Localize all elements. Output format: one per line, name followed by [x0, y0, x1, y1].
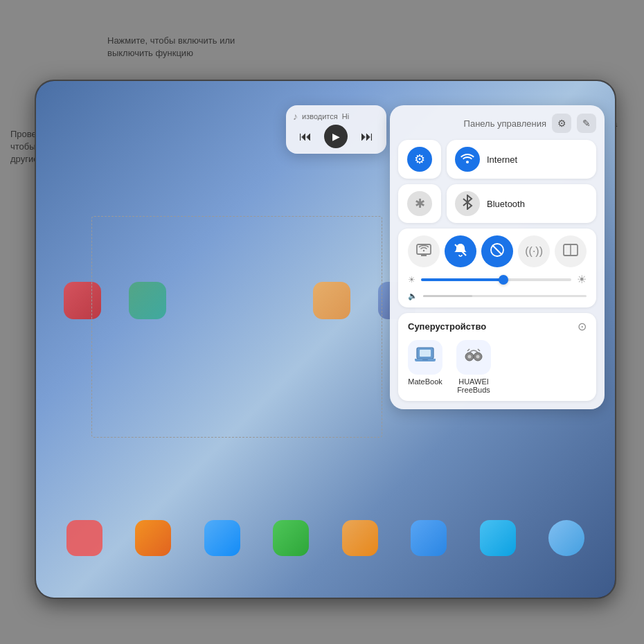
bluetooth-icon-circle [455, 191, 480, 216]
dnd-toggle[interactable] [445, 235, 476, 267]
app-icon-red[interactable] [64, 282, 101, 319]
no-disturb-icon [490, 242, 505, 261]
brightness-low-icon: ☀ [408, 275, 415, 285]
dock-icon-3[interactable] [204, 520, 240, 556]
brightness-high-icon: ☀ [577, 273, 587, 286]
dock-icon-phone[interactable] [548, 520, 584, 556]
svg-point-6 [422, 249, 424, 251]
bluetooth-tile[interactable]: Bluetooth [447, 184, 596, 223]
tablet-device: ♪ изводится Hi ⏮ ▶ ⏭ [35, 80, 616, 599]
volume-row: 🔈 [405, 289, 589, 301]
home-icons-mid-right [202, 282, 415, 319]
brightness-slider[interactable] [421, 278, 571, 281]
wireless-toggle[interactable]: ((·)) [518, 235, 550, 267]
dock-icon-5[interactable] [342, 520, 378, 556]
svg-rect-14 [422, 359, 428, 360]
dock-icon-1[interactable] [66, 520, 102, 556]
edit-icon: ✎ [582, 118, 591, 129]
dnd-icon [453, 242, 468, 261]
panel-title: Панель управления [398, 118, 546, 129]
home-icons-mid [64, 282, 166, 319]
screen-cast-toggle[interactable] [408, 235, 440, 267]
outer-container: Проведите вниз, чтобы посмотреть другие … [0, 0, 644, 644]
panel-header: Панель управления ⚙ ✎ [398, 114, 596, 133]
internet-icon-circle [455, 147, 480, 172]
bluetooth-icon-circle-small: ✱ [407, 191, 432, 216]
volume-slider[interactable] [423, 295, 587, 297]
bluetooth-info: Bluetooth [487, 199, 525, 209]
settings-button[interactable]: ⚙ [552, 114, 571, 133]
super-device-title: Суперустройство [408, 321, 486, 332]
multi-screen-icon [563, 244, 578, 260]
super-device-header: Суперустройство ⊙ [408, 320, 587, 333]
brightness-fill [421, 278, 503, 281]
volume-low-icon: 🔈 [408, 292, 418, 301]
dock-icon-2[interactable] [135, 520, 171, 556]
app-icon-green[interactable] [129, 282, 166, 319]
music-note-icon: ♪ [293, 111, 298, 122]
network-row: ⚙ [398, 140, 596, 179]
multi-screen-toggle[interactable] [555, 235, 587, 267]
music-play-button[interactable]: ▶ [324, 125, 348, 148]
music-hi-text: Hi [342, 112, 349, 120]
play-icon: ▶ [332, 131, 340, 142]
bluetooth-label: Bluetooth [487, 199, 525, 209]
wifi-icon: ⚙ [414, 152, 425, 167]
tablet-screen: ♪ изводится Hi ⏮ ▶ ⏭ [36, 81, 615, 598]
internet-info: Internet [487, 154, 517, 165]
gear-icon: ⚙ [557, 118, 566, 129]
svg-point-18 [476, 355, 480, 358]
annotation-tap-toggle: Нажмите, чтобы включить или выключить фу… [107, 35, 242, 60]
super-device-settings-icon[interactable]: ⊙ [578, 320, 587, 333]
bluetooth-icon-small: ✱ [415, 196, 425, 211]
toggles-panel: ((·)) ☀ [398, 229, 596, 307]
internet-wifi-icon [460, 152, 474, 166]
bluetooth-row: ✱ Bluetooth [398, 184, 596, 223]
freebuds-icon [463, 346, 485, 370]
wifi-small-tile[interactable]: ⚙ [398, 140, 441, 179]
bluetooth-icon [462, 195, 473, 213]
bottom-dock [36, 520, 615, 556]
app-icon-orange[interactable] [313, 282, 350, 319]
super-device-panel: Суперустройство ⊙ [398, 313, 596, 401]
brightness-thumb[interactable] [499, 275, 508, 285]
dock-icon-4[interactable] [273, 520, 309, 556]
svg-rect-13 [420, 350, 431, 357]
music-header: ♪ изводится Hi [293, 111, 379, 122]
brightness-row: ☀ ☀ [405, 273, 589, 286]
toggles-row: ((·)) [405, 235, 589, 267]
no-disturb-toggle[interactable] [481, 235, 513, 267]
dock-icon-7[interactable] [480, 520, 516, 556]
freebuds-icon-box [456, 340, 491, 375]
music-playing-text: изводится [302, 112, 338, 120]
music-next-button[interactable]: ⏭ [361, 129, 373, 144]
screen-cast-icon [416, 244, 431, 260]
edit-button[interactable]: ✎ [577, 114, 596, 133]
annotation-dashed-box [91, 216, 382, 438]
dock-icon-6[interactable] [411, 520, 447, 556]
wireless-icon: ((·)) [525, 245, 543, 258]
matebook-icon [414, 346, 436, 369]
music-prev-button[interactable]: ⏮ [299, 129, 312, 144]
music-tile: ♪ изводится Hi ⏮ ▶ ⏭ [286, 105, 386, 154]
control-panel: Панель управления ⚙ ✎ ⚙ [390, 105, 605, 409]
svg-line-9 [492, 245, 502, 255]
internet-tile[interactable]: Internet [447, 140, 596, 179]
music-player-panel: ♪ изводится Hi ⏮ ▶ ⏭ [286, 105, 386, 154]
svg-point-17 [468, 355, 472, 358]
matebook-icon-box [408, 340, 442, 375]
bluetooth-small-tile[interactable]: ✱ [398, 184, 441, 223]
wifi-icon-circle: ⚙ [407, 147, 432, 172]
matebook-device[interactable]: MateBook [408, 340, 442, 394]
freebuds-label: HUAWEIFreeBuds [457, 377, 490, 394]
super-devices-row: MateBook [408, 340, 587, 394]
matebook-label: MateBook [408, 377, 442, 386]
volume-fill [423, 295, 472, 297]
internet-label: Internet [487, 154, 517, 165]
freebuds-device[interactable]: HUAWEIFreeBuds [456, 340, 491, 394]
music-controls: ⏮ ▶ ⏭ [293, 125, 379, 148]
